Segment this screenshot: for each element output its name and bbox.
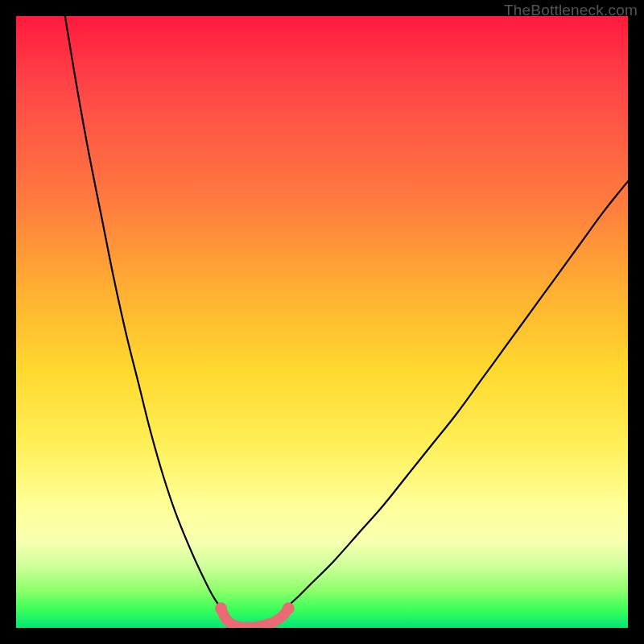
- chart-svg: [16, 16, 628, 628]
- left-curve: [65, 16, 221, 609]
- plot-area: [16, 16, 628, 628]
- right-curve: [285, 181, 628, 609]
- frame: TheBottleneck.com: [0, 0, 644, 644]
- pink-dot-left: [215, 602, 227, 614]
- pink-u-highlight: [221, 609, 289, 628]
- pink-dot-right: [283, 602, 295, 614]
